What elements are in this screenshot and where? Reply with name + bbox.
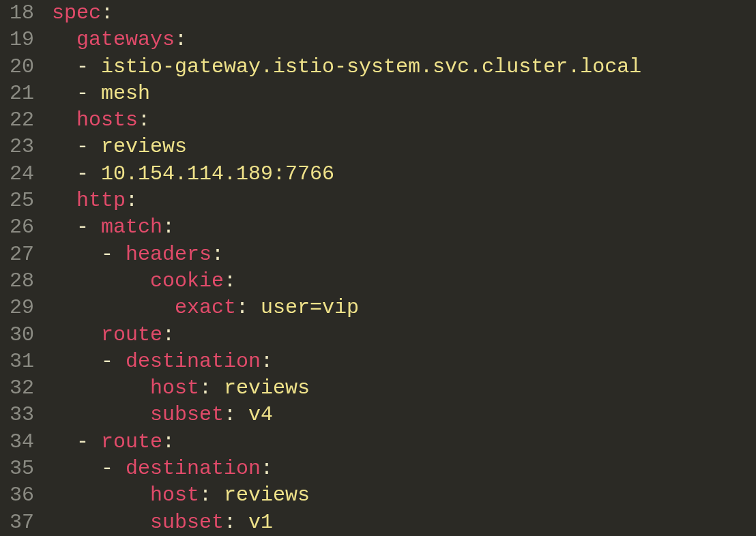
token-punct: : — [199, 376, 224, 400]
token-sp — [52, 430, 76, 453]
code-area[interactable]: spec: gateways: - istio-gateway.istio-sy… — [44, 0, 756, 536]
code-line[interactable]: - headers: — [52, 241, 756, 268]
token-sp — [52, 162, 76, 185]
token-punct: : — [175, 28, 187, 51]
code-line[interactable]: - reviews — [52, 134, 756, 160]
line-number: 34 — [0, 429, 34, 456]
token-str: v4 — [248, 403, 273, 426]
token-key: subset — [150, 403, 224, 426]
code-line[interactable]: cookie: — [52, 268, 756, 295]
line-number: 29 — [0, 295, 34, 321]
token-sp — [52, 82, 76, 105]
token-str: reviews — [101, 135, 187, 158]
line-number: 37 — [0, 509, 34, 536]
token-punct: : — [126, 189, 138, 212]
token-punct: : — [138, 108, 150, 132]
code-line[interactable]: - route: — [52, 429, 756, 456]
token-sp — [52, 243, 101, 266]
token-dash: - — [76, 215, 101, 239]
token-punct: : — [261, 457, 273, 480]
token-key: spec — [52, 1, 101, 25]
line-number: 27 — [0, 241, 34, 268]
line-number: 24 — [0, 161, 34, 188]
code-line[interactable]: subset: v4 — [52, 402, 756, 428]
line-number: 18 — [0, 0, 34, 27]
token-key: cookie — [150, 269, 224, 293]
token-dash: - — [101, 457, 126, 480]
code-line[interactable]: route: — [52, 322, 756, 348]
token-dash: - — [76, 430, 101, 453]
token-str: reviews — [224, 483, 310, 507]
token-sp — [52, 135, 76, 158]
token-str: v1 — [248, 511, 273, 534]
token-punct: : — [224, 511, 248, 534]
line-number: 36 — [0, 482, 34, 509]
token-key: subset — [150, 511, 224, 534]
token-punct: : — [261, 350, 273, 373]
token-sp — [52, 457, 101, 480]
token-str: istio-gateway.istio-system.svc.cluster.l… — [101, 55, 641, 78]
token-punct: : — [162, 430, 175, 453]
token-sp — [52, 269, 150, 293]
token-sp — [52, 376, 150, 400]
code-line[interactable]: hosts: — [52, 107, 756, 134]
token-sp — [52, 28, 76, 51]
code-line[interactable]: - match: — [52, 214, 756, 241]
token-punct: : — [162, 215, 175, 239]
line-number: 30 — [0, 322, 34, 348]
token-key: host — [150, 376, 199, 400]
token-key: destination — [126, 457, 261, 480]
token-sp — [52, 483, 150, 507]
token-key: route — [101, 430, 162, 453]
line-number: 22 — [0, 107, 34, 134]
token-sp — [52, 296, 175, 319]
token-str: reviews — [224, 376, 310, 400]
code-line[interactable]: - 10.154.114.189:7766 — [52, 161, 756, 188]
token-sp — [52, 403, 150, 426]
code-line[interactable]: host: reviews — [52, 482, 756, 509]
token-sp — [52, 350, 101, 373]
token-punct: : — [162, 323, 175, 346]
token-str: mesh — [101, 82, 150, 105]
token-sp — [52, 108, 76, 132]
line-number: 31 — [0, 348, 34, 375]
token-str: 10.154.114.189:7766 — [101, 162, 334, 185]
token-key: host — [150, 483, 199, 507]
token-punct: : — [224, 269, 236, 293]
code-editor[interactable]: 1819202122232425262728293031323334353637… — [0, 0, 756, 536]
token-str: user=vip — [261, 296, 359, 319]
token-sp — [52, 215, 76, 239]
line-number: 25 — [0, 188, 34, 214]
token-sp — [52, 55, 76, 78]
line-number: 32 — [0, 375, 34, 402]
token-punct: : — [224, 403, 248, 426]
line-number: 19 — [0, 27, 34, 53]
token-key: exact — [175, 296, 236, 319]
token-key: headers — [126, 243, 212, 266]
token-sp — [52, 189, 76, 212]
token-dash: - — [76, 82, 101, 105]
code-line[interactable]: - destination: — [52, 348, 756, 375]
token-punct: : — [199, 483, 224, 507]
code-line[interactable]: - mesh — [52, 80, 756, 107]
code-line[interactable]: subset: v1 — [52, 509, 756, 536]
line-number: 21 — [0, 80, 34, 107]
code-line[interactable]: host: reviews — [52, 375, 756, 402]
token-key: hosts — [76, 108, 138, 132]
code-line[interactable]: - istio-gateway.istio-system.svc.cluster… — [52, 54, 756, 80]
line-number: 33 — [0, 402, 34, 428]
line-number: 35 — [0, 456, 34, 482]
code-line[interactable]: spec: — [52, 0, 756, 27]
code-line[interactable]: - destination: — [52, 456, 756, 482]
token-dash: - — [76, 162, 101, 185]
code-line[interactable]: http: — [52, 188, 756, 214]
line-number-gutter: 1819202122232425262728293031323334353637 — [0, 0, 44, 536]
token-key: destination — [126, 350, 261, 373]
line-number: 20 — [0, 54, 34, 80]
token-key: http — [76, 189, 126, 212]
code-line[interactable]: exact: user=vip — [52, 295, 756, 321]
line-number: 26 — [0, 214, 34, 241]
token-sp — [52, 511, 150, 534]
code-line[interactable]: gateways: — [52, 27, 756, 53]
token-punct: : — [212, 243, 224, 266]
